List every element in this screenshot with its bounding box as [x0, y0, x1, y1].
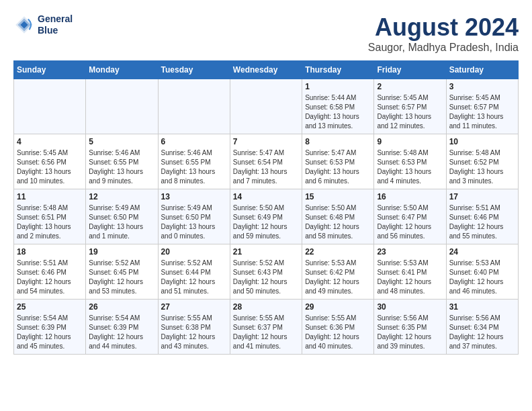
- day-number: 17: [449, 192, 515, 201]
- day-cell: 31Sunrise: 5:56 AMSunset: 6:34 PMDayligh…: [446, 300, 518, 355]
- day-cell: 2Sunrise: 5:45 AMSunset: 6:57 PMDaylight…: [374, 79, 446, 134]
- day-cell: 9Sunrise: 5:48 AMSunset: 6:53 PMDaylight…: [374, 134, 446, 189]
- day-info: Sunrise: 5:52 AMSunset: 6:45 PMDaylight:…: [89, 259, 154, 296]
- day-cell: 18Sunrise: 5:51 AMSunset: 6:46 PMDayligh…: [14, 244, 86, 300]
- day-info: Sunrise: 5:53 AMSunset: 6:40 PMDaylight:…: [449, 259, 515, 296]
- day-info: Sunrise: 5:54 AMSunset: 6:39 PMDaylight:…: [89, 314, 154, 351]
- day-info: Sunrise: 5:47 AMSunset: 6:54 PMDaylight:…: [233, 148, 299, 186]
- day-info: Sunrise: 5:48 AMSunset: 6:53 PMDaylight:…: [377, 148, 443, 186]
- day-cell: 13Sunrise: 5:49 AMSunset: 6:50 PMDayligh…: [158, 189, 230, 244]
- day-number: 18: [17, 247, 83, 257]
- day-info: Sunrise: 5:45 AMSunset: 6:56 PMDaylight:…: [17, 148, 83, 186]
- week-row-5: 25Sunrise: 5:54 AMSunset: 6:39 PMDayligh…: [14, 300, 519, 355]
- day-number: 21: [233, 247, 299, 257]
- day-info: Sunrise: 5:45 AMSunset: 6:57 PMDaylight:…: [449, 93, 515, 131]
- day-number: 31: [449, 302, 515, 312]
- day-number: 8: [305, 137, 371, 146]
- week-row-3: 11Sunrise: 5:48 AMSunset: 6:51 PMDayligh…: [14, 189, 519, 244]
- day-number: 6: [161, 137, 227, 146]
- week-row-1: 1Sunrise: 5:44 AMSunset: 6:58 PMDaylight…: [14, 79, 519, 134]
- day-info: Sunrise: 5:53 AMSunset: 6:42 PMDaylight:…: [305, 259, 371, 296]
- day-info: Sunrise: 5:55 AMSunset: 6:38 PMDaylight:…: [161, 314, 227, 351]
- day-info: Sunrise: 5:50 AMSunset: 6:49 PMDaylight:…: [233, 203, 299, 241]
- day-cell: 26Sunrise: 5:54 AMSunset: 6:39 PMDayligh…: [86, 300, 158, 355]
- day-info: Sunrise: 5:50 AMSunset: 6:47 PMDaylight:…: [377, 203, 443, 241]
- day-header-sunday: Sunday: [14, 61, 86, 79]
- day-cell: [86, 79, 158, 134]
- day-info: Sunrise: 5:52 AMSunset: 6:43 PMDaylight:…: [233, 259, 299, 296]
- day-cell: 30Sunrise: 5:56 AMSunset: 6:35 PMDayligh…: [374, 300, 446, 355]
- day-header-saturday: Saturday: [446, 61, 518, 79]
- day-cell: 3Sunrise: 5:45 AMSunset: 6:57 PMDaylight…: [446, 79, 518, 134]
- day-cell: [14, 79, 86, 134]
- day-cell: [230, 79, 302, 134]
- day-number: 20: [161, 247, 227, 257]
- day-number: 15: [305, 192, 371, 201]
- day-info: Sunrise: 5:48 AMSunset: 6:51 PMDaylight:…: [17, 203, 83, 241]
- logo: General Blue: [13, 13, 73, 36]
- day-cell: 6Sunrise: 5:46 AMSunset: 6:55 PMDaylight…: [158, 134, 230, 189]
- day-info: Sunrise: 5:46 AMSunset: 6:55 PMDaylight:…: [161, 148, 227, 186]
- logo-icon: [13, 14, 35, 36]
- week-row-4: 18Sunrise: 5:51 AMSunset: 6:46 PMDayligh…: [14, 244, 519, 300]
- page-header: General Blue August 2024 Saugor, Madhya …: [13, 13, 519, 54]
- day-number: 24: [449, 247, 515, 257]
- day-info: Sunrise: 5:56 AMSunset: 6:34 PMDaylight:…: [449, 314, 515, 351]
- day-cell: 15Sunrise: 5:50 AMSunset: 6:48 PMDayligh…: [302, 189, 374, 244]
- day-cell: 29Sunrise: 5:55 AMSunset: 6:36 PMDayligh…: [302, 300, 374, 355]
- day-cell: 20Sunrise: 5:52 AMSunset: 6:44 PMDayligh…: [158, 244, 230, 300]
- day-cell: 24Sunrise: 5:53 AMSunset: 6:40 PMDayligh…: [446, 244, 518, 300]
- day-number: 4: [17, 137, 83, 146]
- day-cell: 4Sunrise: 5:45 AMSunset: 6:56 PMDaylight…: [14, 134, 86, 189]
- logo-text: General Blue: [38, 13, 73, 36]
- day-number: 23: [377, 247, 443, 257]
- day-header-thursday: Thursday: [302, 61, 374, 79]
- day-info: Sunrise: 5:53 AMSunset: 6:41 PMDaylight:…: [377, 259, 443, 296]
- day-cell: 14Sunrise: 5:50 AMSunset: 6:49 PMDayligh…: [230, 189, 302, 244]
- day-number: 1: [305, 82, 371, 91]
- day-info: Sunrise: 5:46 AMSunset: 6:55 PMDaylight:…: [89, 148, 154, 186]
- day-info: Sunrise: 5:55 AMSunset: 6:37 PMDaylight:…: [233, 314, 299, 351]
- day-number: 26: [89, 302, 154, 312]
- day-cell: 19Sunrise: 5:52 AMSunset: 6:45 PMDayligh…: [86, 244, 158, 300]
- calendar-header-row: SundayMondayTuesdayWednesdayThursdayFrid…: [14, 61, 519, 79]
- day-number: 10: [449, 137, 515, 146]
- day-number: 3: [449, 82, 515, 91]
- day-cell: 1Sunrise: 5:44 AMSunset: 6:58 PMDaylight…: [302, 79, 374, 134]
- day-cell: 23Sunrise: 5:53 AMSunset: 6:41 PMDayligh…: [374, 244, 446, 300]
- day-cell: 25Sunrise: 5:54 AMSunset: 6:39 PMDayligh…: [14, 300, 86, 355]
- day-info: Sunrise: 5:52 AMSunset: 6:44 PMDaylight:…: [161, 259, 227, 296]
- day-header-wednesday: Wednesday: [230, 61, 302, 79]
- day-number: 5: [89, 137, 154, 146]
- day-info: Sunrise: 5:51 AMSunset: 6:46 PMDaylight:…: [449, 203, 515, 241]
- week-row-2: 4Sunrise: 5:45 AMSunset: 6:56 PMDaylight…: [14, 134, 519, 189]
- day-number: 30: [377, 302, 443, 312]
- subtitle: Saugor, Madhya Pradesh, India: [368, 42, 519, 54]
- day-cell: 10Sunrise: 5:48 AMSunset: 6:52 PMDayligh…: [446, 134, 518, 189]
- day-info: Sunrise: 5:55 AMSunset: 6:36 PMDaylight:…: [305, 314, 371, 351]
- day-cell: 11Sunrise: 5:48 AMSunset: 6:51 PMDayligh…: [14, 189, 86, 244]
- day-cell: 5Sunrise: 5:46 AMSunset: 6:55 PMDaylight…: [86, 134, 158, 189]
- day-cell: 22Sunrise: 5:53 AMSunset: 6:42 PMDayligh…: [302, 244, 374, 300]
- day-number: 2: [377, 82, 443, 91]
- day-number: 11: [17, 192, 83, 201]
- day-header-tuesday: Tuesday: [158, 61, 230, 79]
- day-cell: 8Sunrise: 5:47 AMSunset: 6:53 PMDaylight…: [302, 134, 374, 189]
- day-info: Sunrise: 5:45 AMSunset: 6:57 PMDaylight:…: [377, 93, 443, 131]
- day-info: Sunrise: 5:47 AMSunset: 6:53 PMDaylight:…: [305, 148, 371, 186]
- day-info: Sunrise: 5:51 AMSunset: 6:46 PMDaylight:…: [17, 259, 83, 296]
- day-cell: 21Sunrise: 5:52 AMSunset: 6:43 PMDayligh…: [230, 244, 302, 300]
- day-cell: 17Sunrise: 5:51 AMSunset: 6:46 PMDayligh…: [446, 189, 518, 244]
- day-number: 16: [377, 192, 443, 201]
- day-cell: 7Sunrise: 5:47 AMSunset: 6:54 PMDaylight…: [230, 134, 302, 189]
- day-info: Sunrise: 5:44 AMSunset: 6:58 PMDaylight:…: [305, 93, 371, 131]
- day-cell: 27Sunrise: 5:55 AMSunset: 6:38 PMDayligh…: [158, 300, 230, 355]
- day-cell: 16Sunrise: 5:50 AMSunset: 6:47 PMDayligh…: [374, 189, 446, 244]
- day-number: 9: [377, 137, 443, 146]
- calendar-table: SundayMondayTuesdayWednesdayThursdayFrid…: [13, 60, 519, 355]
- day-number: 19: [89, 247, 154, 257]
- day-cell: 12Sunrise: 5:49 AMSunset: 6:50 PMDayligh…: [86, 189, 158, 244]
- day-number: 14: [233, 192, 299, 201]
- day-number: 25: [17, 302, 83, 312]
- day-number: 22: [305, 247, 371, 257]
